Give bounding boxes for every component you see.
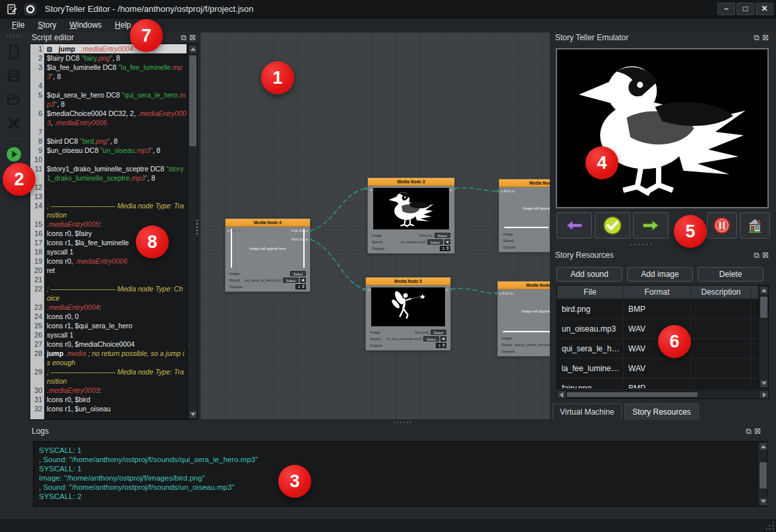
splitter-handle[interactable] (548, 219, 551, 236)
code-line-2: 2$fairy DC8 "fairy.png", 8 (30, 53, 187, 63)
node-title[interactable]: Media Node 5 (366, 278, 450, 285)
graph-node[interactable]: Media Node 5 Port InPort Out Imagefairy.… (365, 277, 451, 351)
annotation-marker-1: 1 (261, 61, 294, 94)
code-line-12: 12 (30, 183, 187, 192)
menu-bar: FileStoryWindowsHelp (0, 18, 776, 32)
pause-button[interactable] (707, 212, 737, 239)
outputs-spinner[interactable]: 2 (295, 284, 306, 289)
code-line-9: 9$un_oiseau DC8 "un_oiseau.mp3", 8 (30, 146, 187, 155)
home-button[interactable] (740, 212, 770, 239)
resources-vscrollbar[interactable] (758, 285, 768, 388)
code-line-6: 6$mediaChoice0004 DC32, 2, .mediaEntry00… (30, 109, 187, 127)
graph-node[interactable]: Media Node 4 Port InPort Out Port Out Im… (225, 218, 311, 292)
splitter-handle[interactable] (196, 219, 198, 236)
close-icon[interactable]: ⊠ (762, 251, 769, 260)
code-line-1: 1 jump .mediaEntry0004 (30, 44, 187, 53)
node-canvas[interactable]: Media Node 4 Port InPort Out Port Out Im… (200, 32, 551, 420)
back-button[interactable] (556, 212, 592, 239)
code-line-28: 28jump .media ; no return possible, so a… (30, 349, 187, 367)
code-line-25: 25lcons r1, $qui_sera_le_hero (30, 321, 187, 330)
open-button[interactable] (4, 90, 24, 109)
float-icon[interactable]: ⧉ (754, 251, 760, 260)
table-row[interactable]: fairy.pngBMP (557, 378, 768, 389)
select-image-button[interactable]: Select (431, 330, 446, 335)
tab-story-resources[interactable]: Story Resources (624, 403, 699, 420)
menu-story[interactable]: Story (32, 19, 61, 31)
status-bar (0, 519, 776, 532)
code-line-20: 20ret (30, 266, 187, 275)
close-icon[interactable]: ⊠ (762, 33, 769, 42)
menu-file[interactable]: File (7, 19, 30, 31)
select-image-button[interactable]: Select (290, 271, 306, 276)
select-image-button[interactable]: Select (434, 233, 450, 238)
image-placeholder: Image will appear here (231, 229, 305, 268)
graph-node[interactable]: Media Node 3 Port InPort Out Imagebird.p… (367, 177, 455, 254)
code-line-29: 29; ---------------------------- Media n… (30, 367, 187, 386)
select-sound-button[interactable]: Select (423, 336, 439, 341)
node-title[interactable]: Media Node (499, 179, 551, 187)
graph-node[interactable]: Media Node 6 Port InImage will appear he… (497, 281, 551, 357)
script-editor-title: Script editor (32, 33, 74, 42)
emulator-screen (556, 48, 769, 208)
code-line-4: 4 (30, 81, 187, 90)
select-sound-button[interactable]: Select (427, 239, 443, 245)
column-header[interactable]: Description (691, 285, 752, 299)
annotation-marker-7: 7 (130, 19, 163, 52)
add-sound-button[interactable]: Add sound (556, 267, 622, 281)
code-line-15: 15.mediaEntry0005: (30, 220, 187, 229)
table-row[interactable]: la_fee_lumine…WAV (557, 359, 768, 378)
graph-node[interactable]: Media Node Port InImage will appear here… (498, 179, 551, 252)
close-button[interactable]: ✕ (756, 3, 773, 15)
float-icon[interactable]: ⧉ (754, 33, 760, 42)
code-line-32: 32lcons r1, $un_oiseau (30, 404, 187, 413)
column-header[interactable]: Format (624, 285, 691, 299)
code-line-26: 26syscall 1 (30, 330, 187, 340)
close-icon[interactable]: ⊠ (754, 427, 761, 436)
resize-grip[interactable] (765, 521, 774, 530)
delete-button[interactable]: Delete (698, 267, 763, 281)
close-icon[interactable]: ⊠ (189, 33, 196, 42)
code-line-8: 8$bird DC8 "bird.png", 8 (30, 136, 187, 146)
float-icon[interactable]: ⧉ (746, 427, 752, 436)
float-icon[interactable]: ⧉ (181, 33, 187, 42)
maximize-button[interactable]: □ (736, 3, 754, 15)
fairy-image (371, 287, 445, 326)
column-header[interactable]: File (557, 285, 624, 299)
menu-windows[interactable]: Windows (64, 19, 107, 31)
code-line-23: 23.mediaEntry0004: (30, 303, 187, 312)
speaker-icon[interactable] (300, 278, 306, 283)
code-line-3: 3$la_fee_luminelle DC8 "la_fee_luminelle… (30, 63, 187, 81)
emulator-drag-handle[interactable] (629, 243, 653, 246)
node-title[interactable]: Media Node 3 (368, 178, 454, 186)
resources-table-head: FileFormatDescription (557, 285, 768, 299)
new-script-button[interactable] (4, 42, 24, 62)
tab-virtual-machine[interactable]: Virtual Machine (552, 403, 622, 420)
resources-hscrollbar[interactable] (556, 390, 769, 399)
run-button[interactable] (4, 144, 24, 164)
outputs-spinner[interactable]: 1 (440, 246, 450, 251)
select-sound-button[interactable]: Select (283, 278, 299, 283)
logs-scrollbar[interactable] (758, 441, 767, 507)
splitter-handle[interactable] (392, 421, 412, 424)
speaker-icon[interactable] (444, 239, 450, 245)
title-bar: StoryTeller Editor - /home/anthony/ostpr… (0, 0, 776, 18)
code-line-24: 24lcons r0, 0 (30, 312, 187, 321)
code-line-7: 7 (30, 127, 187, 136)
node-title[interactable]: Media Node 4 (225, 219, 310, 227)
speaker-icon[interactable] (440, 336, 446, 341)
save-button[interactable] (4, 66, 24, 86)
node-title[interactable]: Media Node 6 (498, 281, 551, 289)
confirm-button[interactable] (595, 212, 630, 239)
minimize-button[interactable]: – (717, 3, 735, 15)
add-image-button[interactable]: Add image (627, 267, 693, 281)
toolbar-drag-handle[interactable] (5, 34, 22, 38)
right-column: Story Teller Emulator ⧉ ⊠ Story Resource… (551, 32, 773, 425)
table-row[interactable]: bird.pngBMP (557, 299, 768, 319)
outputs-spinner[interactable]: 1 (436, 343, 446, 348)
left-toolbar (0, 32, 28, 425)
close-project-button[interactable] (4, 113, 24, 133)
annotation-marker-4: 4 (585, 146, 618, 179)
logs-output[interactable]: SYSCALL: 1, Sound: "/home/anthony/ostpro… (33, 441, 757, 507)
next-button[interactable] (633, 212, 669, 239)
annotation-marker-2: 2 (3, 163, 36, 196)
